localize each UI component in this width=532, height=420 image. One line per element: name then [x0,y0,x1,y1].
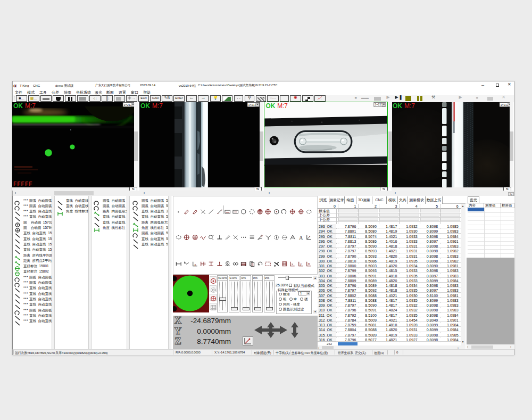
svg-text:A: A [299,234,303,240]
svg-text:FFFFF: FFFFF [13,181,33,187]
svg-text:1=212: 1=212 [124,103,132,106]
svg-text:OK: OK [393,102,402,110]
svg-text:M:7: M:7 [277,102,288,110]
svg-text:y: y [300,262,301,266]
svg-text:M:7: M:7 [152,102,163,110]
svg-text:θ: θ [308,262,310,266]
svg-text:1=219: 1=219 [248,103,256,106]
svg-text:M:7: M:7 [404,102,415,110]
svg-text:OK: OK [265,102,275,110]
svg-text:1=212: 1=212 [501,103,509,106]
svg-text:x: x [194,262,196,266]
svg-text:M:7: M:7 [25,102,36,110]
svg-text:OK: OK [140,102,150,110]
svg-text:x: x [292,262,293,266]
svg-text:OK: OK [13,102,23,110]
svg-text:1=213: 1=213 [375,103,383,106]
